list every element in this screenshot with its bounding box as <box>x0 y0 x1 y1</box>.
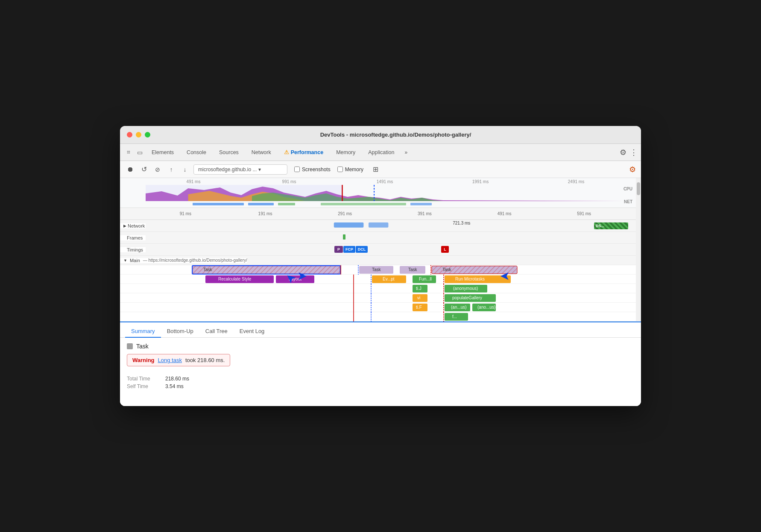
network-track: ▶ Network DS... 721.3 ms <box>120 220 641 232</box>
svg-text:(an...us): (an...us) <box>451 305 467 310</box>
rm-91: 91 ms <box>146 211 225 216</box>
marker-491: 491 ms <box>146 179 241 184</box>
total-time-value: 218.60 ms <box>165 376 189 382</box>
memory-check[interactable]: Memory <box>337 167 363 172</box>
toolbar-checks: Screenshots Memory ⊞ <box>294 165 380 173</box>
memory-checkbox[interactable] <box>337 167 343 172</box>
flame-row-3-svg: vi populateGallery <box>146 293 641 303</box>
tab-network[interactable]: Network <box>246 147 277 158</box>
self-time-row: Self Time 3.54 ms <box>127 383 634 389</box>
screenshots-checkbox[interactable] <box>294 167 300 172</box>
titlebar: DevTools - microsoftedge.github.io/Demos… <box>120 126 641 144</box>
cpu-label: CPU <box>623 187 632 191</box>
ruler-area: 91 ms 191 ms 291 ms 391 ms 491 ms 591 ms <box>120 208 641 220</box>
tab-console[interactable]: Console <box>181 147 212 158</box>
record-button[interactable]: ⏺ <box>125 166 135 173</box>
marker-2491: 2491 ms <box>528 179 624 184</box>
svg-text:ti.F: ti.F <box>416 305 422 310</box>
tab-application[interactable]: Application <box>362 147 400 158</box>
svg-rect-7 <box>248 203 274 205</box>
maximize-button[interactable] <box>145 132 150 137</box>
frames-content <box>146 232 641 243</box>
flame-row-5: f... <box>120 312 641 322</box>
svg-text:FCP: FCP <box>345 247 353 251</box>
cpu-chart <box>146 185 624 201</box>
network-conditions-icon[interactable]: ⊞ <box>370 165 380 173</box>
device-icon[interactable]: ▭ <box>135 149 145 156</box>
self-time-value: 3.54 ms <box>165 383 184 389</box>
tab-summary[interactable]: Summary <box>125 325 161 338</box>
flame-row-5-svg: f... <box>146 312 641 322</box>
tab-performance[interactable]: ⚠Performance <box>278 146 329 158</box>
toolbar-right: ⚙ <box>629 165 636 174</box>
screenshots-check[interactable]: Screenshots <box>294 167 331 172</box>
svg-text:Task: Task <box>203 267 213 272</box>
svg-text:Task: Task <box>442 267 452 272</box>
svg-text:Ev...pt: Ev...pt <box>383 277 395 281</box>
timings-track: Timings P FCP DCL L <box>120 244 641 256</box>
svg-text:populateGallery: populateGallery <box>452 295 482 300</box>
tab-call-tree[interactable]: Call Tree <box>199 325 234 338</box>
bottom-scrollbar-thumb[interactable] <box>637 182 640 195</box>
window-title: DevTools - microsoftedge.github.io/Demos… <box>157 132 634 138</box>
flame-row-0: Task Task Task Task <box>120 265 641 275</box>
timings-svg: P FCP DCL L <box>146 244 641 255</box>
flame-row-0-svg: Task Task Task Task <box>120 265 641 275</box>
svg-text:(ano...us): (ano...us) <box>477 305 495 310</box>
warning-label: Warning <box>132 357 155 363</box>
settings-icon-right[interactable]: ⚙ <box>629 165 636 174</box>
warning-text: took 218.60 ms. <box>185 357 225 363</box>
flame-chart[interactable]: Task Task Task Task <box>120 265 641 322</box>
network-content: DS... 721.3 ms <box>146 220 641 231</box>
upload-button[interactable]: ↑ <box>166 166 176 173</box>
more-tabs-button[interactable]: » <box>401 147 411 158</box>
minimize-button[interactable] <box>136 132 141 137</box>
svg-text:Fun...ll: Fun...ll <box>419 277 432 281</box>
clear-button[interactable]: ⊘ <box>152 166 163 173</box>
url-dropdown-icon[interactable]: ▾ <box>258 167 261 172</box>
ruler-markers: 91 ms 191 ms 291 ms 391 ms 491 ms 591 ms <box>146 211 641 216</box>
summary-content: Task Warning Long task took 218.60 ms. T… <box>120 338 641 406</box>
settings-icon[interactable]: ⚙ <box>620 148 626 157</box>
long-task-link[interactable]: Long task <box>158 357 182 363</box>
bottom-panel: Summary Bottom-Up Call Tree Event Log Ta… <box>120 322 641 406</box>
svg-rect-24 <box>193 266 340 274</box>
task-icon <box>127 343 133 349</box>
url-input[interactable]: microsoftedge.github.io ... ▾ <box>193 164 287 175</box>
tab-elements[interactable]: Elements <box>146 147 180 158</box>
task-title: Task <box>136 343 149 350</box>
reload-button[interactable]: ↺ <box>139 165 149 173</box>
svg-text:ti.J: ti.J <box>416 286 421 291</box>
rm-391: 391 ms <box>385 211 465 216</box>
close-button[interactable] <box>127 132 132 137</box>
net-chart <box>146 202 624 206</box>
devtools-window: DevTools - microsoftedge.github.io/Demos… <box>120 126 641 406</box>
rm-491: 491 ms <box>465 211 544 216</box>
tab-sources[interactable]: Sources <box>213 147 245 158</box>
marker-991: 991 ms <box>241 179 337 184</box>
main-track-row: ▼ Main — https://microsoftedge.github.io… <box>120 256 641 265</box>
download-button[interactable]: ↓ <box>180 166 190 173</box>
tab-bottom-up[interactable]: Bottom-Up <box>161 325 199 338</box>
more-options-icon[interactable]: ⋮ <box>630 148 638 157</box>
frames-label: Frames <box>120 235 146 240</box>
svg-rect-12 <box>369 222 388 228</box>
warning-block: Warning Long task took 218.60 ms. <box>127 354 634 371</box>
url-text: microsoftedge.github.io ... <box>198 167 257 172</box>
overview-area[interactable]: 491 ms 991 ms 1491 ms 1991 ms 2491 ms <box>120 178 641 208</box>
flame-row-1-svg: Recalculate Style Layout Ev...pt Fun...l… <box>146 275 641 284</box>
flame-row-1: Recalculate Style Layout Ev...pt Fun...l… <box>120 275 641 284</box>
inspector-icon[interactable]: ⌗ <box>123 149 134 156</box>
network-label: ▶ Network <box>120 223 146 228</box>
svg-text:Recalculate Style: Recalculate Style <box>218 277 252 281</box>
total-time-row: Total Time 218.60 ms <box>127 376 634 382</box>
timings-content: P FCP DCL L <box>146 244 641 255</box>
svg-rect-11 <box>334 222 364 228</box>
svg-text:vi: vi <box>417 295 420 300</box>
tab-event-log[interactable]: Event Log <box>234 325 271 338</box>
tab-memory[interactable]: Memory <box>330 147 361 158</box>
traffic-lights <box>127 132 150 137</box>
rm-291: 291 ms <box>305 211 385 216</box>
tab-gear-area: ⚙ ⋮ <box>620 148 638 157</box>
bottom-scrollbar[interactable] <box>636 178 641 263</box>
